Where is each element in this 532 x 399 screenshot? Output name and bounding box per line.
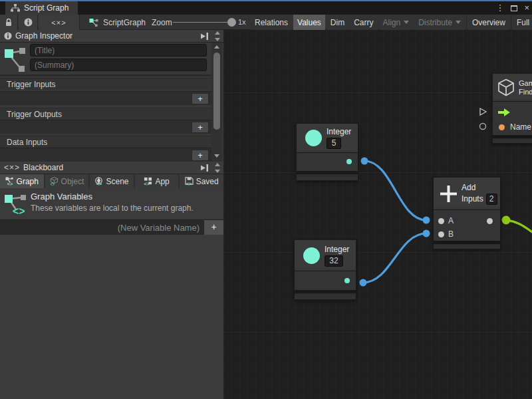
info-button[interactable]: [19, 15, 38, 30]
integer-node-5[interactable]: Integer 5: [296, 123, 358, 181]
trigger-outputs-row: +: [0, 120, 211, 134]
toolbar-separator: [466, 15, 467, 30]
maximize-icon[interactable]: [511, 5, 517, 11]
new-variable-input[interactable]: [0, 220, 203, 235]
sidebar: Graph Inspector Trigger Inputs + Trigger…: [0, 30, 223, 399]
close-icon[interactable]: ×: [524, 1, 529, 15]
tab-script-graph[interactable]: Script Graph: [5, 1, 78, 15]
dock-icon[interactable]: [201, 33, 209, 40]
wire-integer32-to-addB[interactable]: [363, 233, 426, 283]
scroll-down-icon[interactable]: [215, 38, 220, 41]
wire-endpoint-dot[interactable]: [423, 230, 430, 237]
distribute-dropdown[interactable]: Distribute: [414, 15, 465, 30]
values-toggle[interactable]: Values: [293, 15, 325, 30]
integer-node-32[interactable]: Integer 32: [294, 239, 356, 300]
object-tab-icon: ◇: [50, 177, 59, 186]
code-preview-button[interactable]: <×>: [39, 15, 80, 30]
node-footer: [294, 293, 356, 300]
toolbar-toggle-group: Relations Values Dim Carry Align Distrib…: [251, 15, 532, 30]
saved-tab-icon: <>: [185, 177, 194, 186]
dim-toggle[interactable]: Dim: [327, 15, 348, 30]
graph-variables-icon: <>: [4, 192, 28, 216]
hierarchy-icon: [11, 4, 20, 13]
info-icon: [24, 18, 33, 27]
svg-text:<>: <>: [186, 181, 192, 186]
input-port-b[interactable]: [438, 231, 444, 237]
string-input-port[interactable]: [499, 124, 505, 130]
port-label-name: Name: [510, 122, 531, 132]
zoom-value: 1x: [238, 18, 246, 26]
add-data-input-button[interactable]: +: [192, 150, 209, 161]
wire-endpoint-dot[interactable]: [360, 279, 367, 287]
wire-endpoint-dot[interactable]: [423, 217, 430, 224]
graph-summary-input[interactable]: [30, 59, 207, 71]
scroll-down-icon[interactable]: [214, 154, 219, 158]
graph-variables-title: Graph Variables: [31, 192, 92, 201]
graph-title-input[interactable]: [30, 44, 207, 57]
svg-text:<>: <>: [7, 181, 13, 186]
scroll-up-icon[interactable]: [215, 163, 220, 166]
data-output-port[interactable]: [480, 124, 486, 130]
gameobject-find-node[interactable]: GameObject Find Name: [492, 73, 532, 144]
script-graph-icon: [89, 18, 99, 27]
graph-node-icon: [5, 46, 26, 72]
integer-value-field[interactable]: 5: [327, 138, 341, 149]
carry-toggle[interactable]: Carry: [350, 15, 377, 30]
wire-add-output[interactable]: [506, 220, 532, 233]
relations-toggle[interactable]: Relations: [251, 15, 292, 30]
menu-icon[interactable]: ⋮: [495, 1, 504, 15]
wire-integer5-to-addA[interactable]: [364, 161, 426, 220]
align-dropdown[interactable]: Align: [379, 15, 414, 30]
flow-arrow-icon[interactable]: [498, 108, 510, 116]
tab-graph-variables[interactable]: <> Graph: [0, 174, 44, 188]
scroll-up-icon[interactable]: [214, 45, 219, 49]
add-variable-button[interactable]: +: [203, 220, 223, 235]
tab-saved-variables[interactable]: <> Saved: [180, 174, 223, 188]
header-scroll-arrows[interactable]: [213, 163, 222, 173]
node-title: Add: [462, 183, 497, 192]
trigger-inputs-header: Trigger Inputs: [0, 78, 211, 90]
add-trigger-output-button[interactable]: +: [192, 122, 209, 133]
zoom-slider[interactable]: [173, 15, 235, 30]
graph-breadcrumb[interactable]: ScriptGraph: [89, 15, 146, 30]
zoom-slider-track: [173, 22, 235, 23]
scroll-down-icon[interactable]: [215, 170, 220, 173]
node-type-label: GameObject: [519, 79, 532, 88]
overview-button[interactable]: Overview: [468, 15, 509, 30]
inputs-count-field[interactable]: 2: [486, 194, 497, 205]
inspector-scrollbar[interactable]: [211, 43, 222, 162]
scrollbar-thumb[interactable]: [213, 53, 220, 130]
integer-value-field[interactable]: 32: [325, 255, 343, 267]
svg-text:<>: <>: [96, 181, 102, 186]
blackboard-tabs: <> Graph ◇ Object <> Scene <> App: [0, 174, 223, 188]
integer-type-icon: [305, 130, 322, 146]
wire-endpoint-dot[interactable]: [502, 216, 511, 225]
input-port-a[interactable]: [438, 218, 444, 224]
node-footer: [296, 174, 358, 181]
add-trigger-input-button[interactable]: +: [192, 93, 209, 104]
tab-scene-variables[interactable]: <> Scene: [90, 174, 134, 188]
add-node[interactable]: Add Inputs 2 A B: [433, 177, 501, 249]
cube-icon: [497, 78, 515, 96]
graph-tab-icon: <>: [5, 177, 14, 186]
dock-icon[interactable]: [201, 164, 209, 172]
integer-type-icon: [303, 247, 320, 264]
integer-output-port[interactable]: [346, 159, 352, 164]
integer-output-port[interactable]: [344, 278, 350, 283]
output-port[interactable]: [487, 218, 493, 224]
divider: [0, 74, 211, 76]
scroll-up-icon[interactable]: [215, 31, 220, 35]
wire-endpoint-dot[interactable]: [361, 158, 368, 165]
trigger-input-port[interactable]: [480, 108, 486, 115]
zoom-slider-knob[interactable]: [227, 18, 236, 27]
data-inputs-row: +: [0, 148, 211, 162]
full-screen-button[interactable]: Full Screen: [513, 15, 532, 30]
tab-title: Script Graph: [24, 3, 68, 13]
tab-object-variables[interactable]: ◇ Object: [45, 174, 89, 188]
trigger-inputs-row: +: [0, 91, 211, 105]
graph-canvas[interactable]: Integer 5 Integer 32 Add: [223, 30, 532, 399]
graph-variables-description: These variables are local to the current…: [31, 203, 194, 213]
lock-button[interactable]: [0, 15, 18, 30]
tab-app-variables[interactable]: <> App: [135, 174, 179, 188]
header-scroll-arrows[interactable]: [213, 31, 222, 41]
